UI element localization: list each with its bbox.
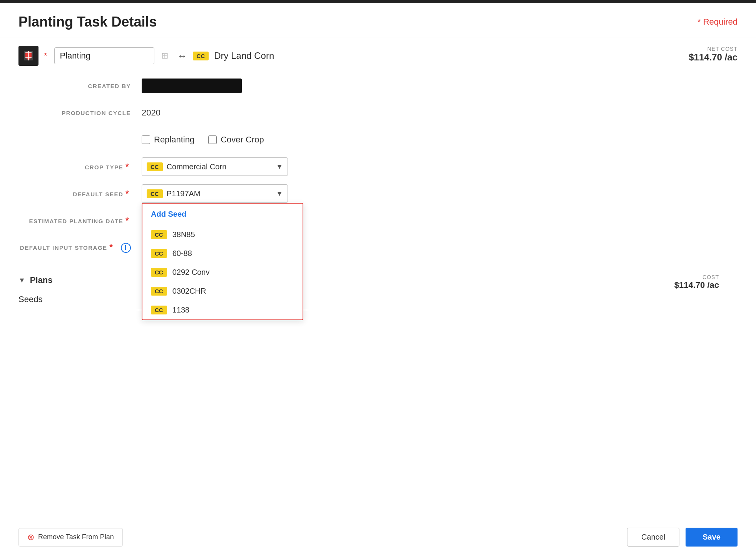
crop-type-row: CROP TYPE * CC Commercial Corn ▼	[18, 157, 738, 176]
estimated-planting-date-asterisk: *	[125, 216, 129, 225]
seed-item-badge-0: CC	[151, 230, 167, 239]
page-title: Planting Task Details	[18, 14, 157, 30]
required-label: * Required	[697, 17, 738, 27]
checkboxes-row: Replanting Cover Crop	[18, 130, 738, 149]
seed-item-label-1: 60-88	[172, 249, 192, 258]
task-name-asterisk: *	[44, 51, 47, 61]
replanting-label: Replanting	[154, 135, 194, 145]
task-name-input[interactable]	[54, 47, 154, 64]
cover-crop-label: Cover Crop	[221, 135, 264, 145]
default-seed-label: DEFAULT SEED *	[18, 189, 142, 199]
remove-icon: ⊗	[27, 532, 34, 542]
plans-section: ▼ Plans COST $114.70 /ac Seeds	[0, 275, 756, 310]
created-by-value	[142, 79, 242, 93]
net-cost-block: NET COST $114.70 /ac	[689, 46, 738, 63]
default-seed-dropdown-container: CC P1197AM ▼ Add Seed CC 38N85 CC 60-88	[142, 184, 288, 203]
replanting-checkbox-item[interactable]: Replanting	[142, 135, 194, 145]
crop-type-select[interactable]: Commercial Corn	[167, 162, 273, 171]
plans-arrow-icon: ▼	[18, 276, 25, 284]
seed-item-badge-1: CC	[151, 249, 167, 258]
seeds-row: Seeds	[18, 289, 738, 310]
created-by-label: CREATED BY	[18, 83, 142, 89]
production-cycle-value: 2020	[142, 108, 161, 118]
default-seed-asterisk: *	[125, 189, 129, 198]
field-name: Dry Land Corn	[214, 50, 274, 61]
seed-item-2[interactable]: CC 0292 Conv	[142, 263, 303, 282]
default-seed-arrow-icon: ▼	[276, 190, 283, 198]
save-button[interactable]: Save	[686, 528, 738, 547]
cost-label: COST	[674, 274, 719, 280]
resize-icon[interactable]: ↔	[177, 50, 187, 62]
default-seed-select[interactable]: P1197AM	[167, 189, 273, 198]
crop-type-select-wrapper[interactable]: CC Commercial Corn ▼	[142, 157, 288, 176]
cancel-button[interactable]: Cancel	[627, 528, 679, 547]
seed-item-1[interactable]: CC 60-88	[142, 244, 303, 263]
plans-label: Plans	[30, 275, 53, 285]
seed-dropdown-open: Add Seed CC 38N85 CC 60-88 CC 0292 Conv	[142, 203, 303, 320]
seed-item-label-0: 38N85	[172, 230, 195, 239]
info-icon[interactable]: i	[121, 243, 131, 253]
net-cost-label: NET COST	[689, 46, 738, 52]
default-input-storage-asterisk: *	[109, 242, 113, 252]
seed-item-0[interactable]: CC 38N85	[142, 225, 303, 244]
default-seed-select-wrapper[interactable]: CC P1197AM ▼	[142, 184, 288, 203]
crop-type-label: CROP TYPE *	[18, 162, 142, 172]
seeds-label: Seeds	[18, 294, 42, 304]
remove-task-button[interactable]: ⊗ Remove Task From Plan	[18, 528, 123, 547]
cost-value: $114.70 /ac	[674, 280, 719, 290]
cover-crop-checkbox-item[interactable]: Cover Crop	[208, 135, 264, 145]
production-cycle-label: PRODUCTION CYCLE	[18, 110, 142, 116]
default-seed-row: DEFAULT SEED * CC P1197AM ▼ Add Seed CC …	[18, 184, 738, 203]
default-input-storage-row: DEFAULT INPUT STORAGE * i	[18, 238, 738, 257]
seed-item-badge-4: CC	[151, 306, 167, 314]
cover-crop-checkbox[interactable]	[208, 135, 217, 144]
crop-type-badge: CC	[147, 162, 163, 171]
plans-row: ▼ Plans COST $114.70 /ac	[18, 275, 738, 289]
replanting-checkbox[interactable]	[142, 135, 150, 144]
grid-icon[interactable]: ⊞	[161, 51, 168, 61]
seed-item-label-3: 0302CHR	[172, 287, 206, 296]
field-badge: CC	[193, 52, 209, 60]
crop-type-arrow-icon: ▼	[276, 163, 283, 171]
plans-cost-block: COST $114.70 /ac	[674, 274, 719, 290]
estimated-planting-date-label: ESTIMATED PLANTING DATE *	[18, 216, 142, 226]
seed-item-3[interactable]: CC 0302CHR	[142, 282, 303, 301]
default-seed-badge: CC	[147, 189, 163, 198]
estimated-planting-date-row: ESTIMATED PLANTING DATE *	[18, 211, 738, 230]
checkbox-group: Replanting Cover Crop	[142, 135, 264, 145]
seed-item-badge-3: CC	[151, 287, 167, 296]
top-bar	[0, 0, 756, 3]
seed-item-4[interactable]: CC 1138	[142, 301, 303, 319]
form-section: CREATED BY PRODUCTION CYCLE 2020 Replant…	[0, 66, 756, 257]
footer-right: Cancel Save	[627, 528, 738, 547]
crop-type-asterisk: *	[125, 162, 129, 171]
footer: ⊗ Remove Task From Plan Cancel Save	[0, 519, 756, 555]
task-type-icon	[18, 46, 38, 66]
seed-item-label-2: 0292 Conv	[172, 268, 210, 277]
created-by-row: CREATED BY	[18, 77, 738, 95]
task-bar-inner: * ⊞ ↔ CC Dry Land Corn	[18, 46, 738, 66]
remove-task-label: Remove Task From Plan	[38, 533, 114, 541]
seed-item-badge-2: CC	[151, 268, 167, 277]
task-bar: * ⊞ ↔ CC Dry Land Corn NET COST $114.70 …	[0, 37, 756, 66]
default-input-storage-label: DEFAULT INPUT STORAGE * i	[18, 242, 142, 253]
add-seed-option[interactable]: Add Seed	[142, 204, 303, 225]
plans-header[interactable]: ▼ Plans	[18, 275, 53, 285]
header: Planting Task Details * Required	[0, 3, 756, 37]
net-cost-value: $114.70 /ac	[689, 52, 738, 63]
production-cycle-row: PRODUCTION CYCLE 2020	[18, 104, 738, 122]
page-container: Planting Task Details * Required * ⊞ ↔ C…	[0, 0, 756, 555]
seed-item-label-4: 1138	[172, 306, 190, 314]
